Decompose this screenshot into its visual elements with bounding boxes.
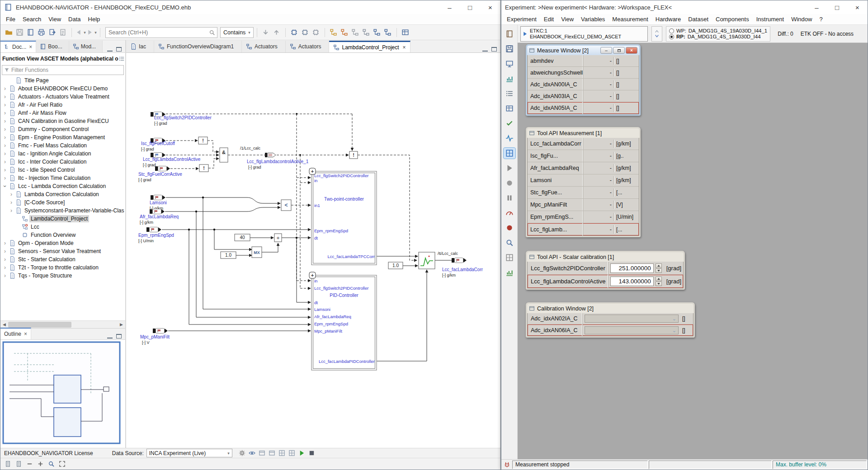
tree-horizontal-scrollbar[interactable]: ◀ ▶ [0, 320, 125, 328]
right-menu-item[interactable]: Edit [540, 16, 557, 23]
tree-expand-icon[interactable]: › [2, 151, 8, 156]
zoombar-icon[interactable] [3, 460, 12, 469]
max-block[interactable]: MX [252, 247, 262, 258]
tree-expand-icon[interactable]: › [2, 273, 8, 278]
minimize-button[interactable]: – [439, 0, 460, 14]
tree-item[interactable]: › Fmc - Fuel Mass Calculation [0, 141, 125, 150]
tree-expand-icon[interactable]: › [2, 94, 8, 99]
search-box[interactable] [105, 27, 217, 38]
editor-tab[interactable]: Iac [126, 41, 154, 52]
toolbar-nav-icon[interactable] [86, 27, 97, 38]
input-port-lamsoni[interactable]: Lamsoni [-] g/km [150, 195, 167, 211]
diagram-tool-icon[interactable] [361, 27, 372, 38]
filter-functions-box[interactable]: Filter Functions [2, 65, 124, 75]
tool-api-titlebar[interactable]: Tool API Measurement [1] [527, 128, 639, 138]
data-source-dropdown[interactable]: INCA Experiment (Live) [146, 449, 232, 457]
measure-row[interactable]: abweichungsSchwelle - [] [528, 67, 639, 79]
strip-icon[interactable] [504, 222, 515, 233]
menu-item[interactable]: File [2, 16, 19, 23]
tree-expand-icon[interactable]: › [2, 249, 8, 254]
tree-expand-icon[interactable]: › [2, 183, 8, 189]
editor-tab[interactable]: Actuators [242, 41, 286, 52]
right-menu-item[interactable]: Window [788, 16, 816, 23]
tree-item[interactable]: › Isc - Idle Speed Control [0, 166, 125, 174]
const-1-0-a[interactable]: 1.0 [221, 252, 236, 258]
sidebar-tab[interactable]: Mod... [69, 41, 103, 52]
strip-icon[interactable] [504, 163, 515, 174]
editor-minimize-icon[interactable] [481, 46, 489, 52]
strip-icon[interactable] [504, 88, 515, 99]
status-icon[interactable] [307, 449, 316, 458]
calibration-row[interactable]: Adc_idxAN02IA_C [] [528, 313, 693, 324]
tree-item[interactable]: › Actuators - Actuators Value Treatment [0, 93, 125, 101]
tree-expand-icon[interactable]: › [2, 159, 8, 164]
calibration-dropdown[interactable] [585, 326, 679, 334]
outline-maximize-icon[interactable] [115, 333, 123, 339]
not-block-3[interactable]: ! [349, 151, 358, 159]
outline-minimap[interactable] [0, 340, 125, 448]
right-menu-item[interactable]: Instrument [753, 16, 788, 23]
strip-icon[interactable] [504, 103, 515, 114]
tool-api-row[interactable]: Isc_flgFu... - [g.. [528, 150, 639, 162]
left-titlebar[interactable]: EHANDBOOK-NAVIGATOR - EHANDBOOK_FlexECU_… [0, 0, 500, 14]
tree-expand-icon[interactable]: › [2, 265, 8, 270]
divide-block[interactable]: ÷ [274, 234, 282, 242]
strip-icon[interactable] [504, 237, 515, 248]
wp-radio-row[interactable]: WP: DA_MDG1G_4S_19A030D_I44_1 [669, 28, 767, 33]
match-nav-icon[interactable] [271, 27, 282, 38]
tree-item[interactable]: › Systemconstant-Parameter-Variable-Clas [0, 207, 125, 215]
tree-item[interactable]: › Stc - Starter Calculation [0, 255, 125, 263]
tree-expand-icon[interactable]: › [2, 110, 8, 116]
menu-item[interactable]: Data [65, 16, 84, 23]
toolbar-icon[interactable] [14, 27, 25, 38]
tree-expand-icon[interactable]: › [9, 200, 14, 205]
model-tool-icon[interactable] [289, 27, 300, 38]
right-menu-item[interactable]: Variables [577, 16, 609, 23]
strip-icon[interactable] [504, 148, 515, 159]
match-nav-icon[interactable] [260, 27, 271, 38]
tree-item[interactable]: › LambdaControl_Project [0, 215, 125, 223]
tool-api-row[interactable]: Lcc_facLambdaCorr - [g/km] [528, 138, 639, 150]
outline-close-icon[interactable]: × [24, 331, 27, 337]
scroll-left-icon[interactable]: ◀ [0, 321, 8, 329]
rp-radio[interactable] [669, 34, 674, 39]
right-close-button[interactable]: × [847, 0, 868, 14]
panel-close-icon[interactable]: × [626, 47, 637, 54]
editor-maximize-icon[interactable] [491, 46, 498, 52]
tree-item[interactable]: › Epm - Engine Position Management [0, 133, 125, 141]
experiment-tool-icon[interactable] [400, 27, 411, 38]
not-block-1[interactable]: ! [198, 137, 208, 144]
strip-icon[interactable] [504, 118, 515, 129]
tree-expand-icon[interactable]: › [2, 167, 8, 173]
strip-icon[interactable] [504, 133, 515, 144]
tree-item[interactable]: › CAN Calibration in Gasoline FlexECU [0, 117, 125, 125]
scalar-row[interactable]: Lcc_flgLambdaControlActive 143.000000 [g… [528, 275, 683, 288]
tree-item[interactable]: › Itc - Injection Time Calculation [0, 174, 125, 182]
tree-expand-icon[interactable]: › [2, 102, 8, 108]
toolbar-icon[interactable] [47, 27, 57, 38]
strip-icon[interactable] [504, 193, 515, 203]
right-menu-item[interactable]: Experiment [503, 16, 540, 23]
close-button[interactable]: × [480, 0, 500, 14]
diagram-canvas[interactable]: Lcc_flgSwitch2PIDController [-] grad Isc… [126, 53, 500, 448]
status-icon[interactable] [278, 449, 287, 458]
tree-item[interactable]: › Function Overview [0, 231, 125, 239]
tree-item[interactable]: › Amf - Air Mass Flow [0, 109, 125, 117]
tree-expand-icon[interactable]: › [2, 175, 8, 181]
measure-row[interactable]: Adc_idxAN03IA_C - [] [528, 90, 639, 102]
tool-api-row[interactable]: Afr_facLambdaReq - [g/km] [528, 162, 639, 174]
tree-expand-icon[interactable]: › [9, 208, 14, 213]
calibration-window-titlebar[interactable]: Calibration Window [2] [527, 304, 693, 313]
calibration-value-input[interactable]: 143.000000 [610, 277, 654, 286]
status-icon[interactable] [268, 449, 277, 458]
right-menu-item[interactable]: View [557, 16, 577, 23]
strip-icon[interactable] [504, 58, 515, 69]
editor-tab[interactable]: FunctionOverviewDiagram1 [154, 41, 242, 52]
toolbar-icon[interactable] [25, 27, 36, 38]
zoombar-icon[interactable] [36, 460, 45, 469]
not-block-2[interactable]: ! [199, 164, 208, 172]
two-point-controller-block[interactable]: + Lcc_flgSwitch2PIDController in Two-poi… [309, 168, 377, 265]
device-selector[interactable]: ETKC:1 EHANDBOOK_FlexECU_DEMO_ASCET [520, 26, 648, 42]
tab-close-icon[interactable]: × [29, 44, 32, 50]
outline-minimize-icon[interactable] [106, 333, 113, 339]
